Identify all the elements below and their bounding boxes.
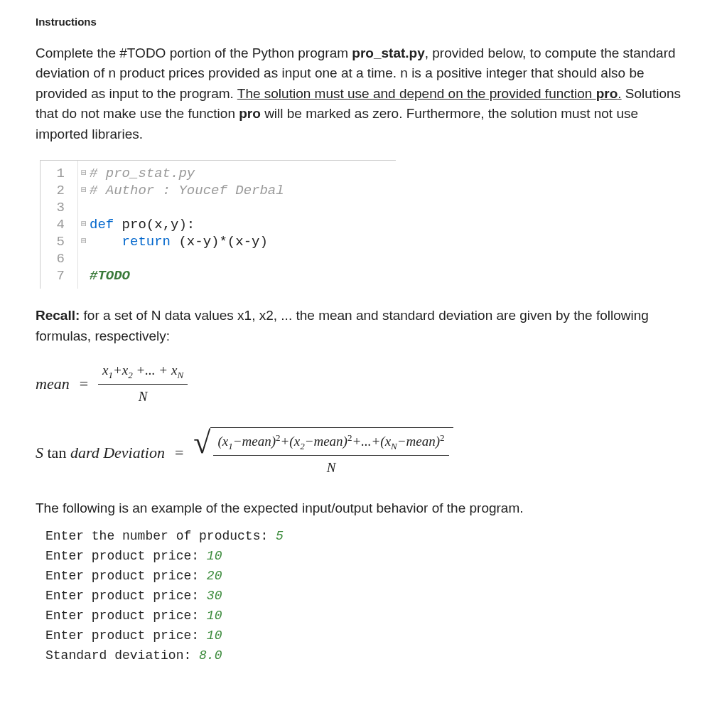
- io-line: Enter product price: 10: [45, 606, 681, 626]
- indent: [90, 233, 122, 250]
- ellipsis: +... +: [133, 363, 171, 378]
- fold-icon: ⊟: [78, 216, 90, 233]
- t6: −mean): [397, 434, 440, 449]
- io-prompt: Standard deviation:: [45, 648, 199, 663]
- io-line: Enter product price: 10: [45, 626, 681, 646]
- io-prompt: Enter product price:: [45, 609, 207, 623]
- io-prompt: Enter product price:: [45, 569, 207, 583]
- io-input: 5: [276, 529, 284, 543]
- std-numerator: (x1−mean)2+(x2−mean)2+...+(xN−mean)2: [213, 431, 448, 456]
- x1-var: x: [102, 363, 108, 378]
- t5: +...+(x: [352, 434, 391, 449]
- io-prompt: Enter product price:: [45, 628, 207, 643]
- mean-fraction: x1+x2 +... + xN N: [98, 360, 188, 407]
- filename: pro_stat.py: [352, 46, 424, 60]
- plus: +: [113, 363, 122, 378]
- equals-sign: =: [80, 372, 88, 395]
- example-intro: The following is an example of the expec…: [36, 498, 681, 519]
- line-number: 4: [41, 216, 77, 233]
- fold-icon: ⊟: [78, 165, 90, 182]
- sqrt: √ (x1−mean)2+(x2−mean)2+...+(xN−mean)2 N: [193, 427, 453, 478]
- line-number: 2: [41, 182, 77, 199]
- sqrt-body: (x1−mean)2+(x2−mean)2+...+(xN−mean)2 N: [210, 427, 453, 478]
- std-formula: S tan dard Deviation = √ (x1−mean)2+(x2−…: [36, 427, 681, 478]
- func-signature: pro(x,y):: [114, 216, 195, 233]
- io-input: 20: [207, 569, 222, 583]
- fold-spacer: [78, 199, 90, 216]
- code-area: ⊟# pro_stat.py ⊟# Author : Youcef Derbal…: [78, 161, 396, 289]
- todo-comment: #TODO: [90, 267, 130, 284]
- line-number: 3: [41, 199, 77, 216]
- io-line: Enter product price: 10: [45, 547, 681, 567]
- io-input: 10: [207, 609, 222, 623]
- std-lhs: S tan dard Deviation: [36, 441, 165, 464]
- keyword-return: return: [122, 233, 171, 250]
- sN: N: [391, 441, 397, 451]
- recall-paragraph: Recall: for a set of N data values x1, x…: [36, 306, 681, 346]
- line-number: 6: [41, 250, 77, 267]
- fn-name-bold: pro: [239, 106, 261, 121]
- code-comment: # pro_stat.py: [90, 165, 195, 182]
- std-denominator: N: [213, 456, 448, 478]
- intro-text-a: Complete the #TODO portion of the Python…: [36, 46, 352, 60]
- io-prompt: Enter the number of products:: [45, 529, 276, 543]
- fold-icon: ⊟: [78, 182, 90, 199]
- t3: +(x: [281, 434, 301, 449]
- t2: −mean): [233, 434, 276, 449]
- std-rest: dard Deviation: [70, 444, 165, 461]
- e6: 2: [440, 432, 445, 443]
- return-expr: (x-y)*(x-y): [171, 233, 268, 250]
- code-editor: 1 2 3 4 5 6 7 ⊟# pro_stat.py ⊟# Author :…: [40, 160, 396, 289]
- io-line: Enter product price: 20: [45, 567, 681, 587]
- line-number: 1: [41, 165, 77, 182]
- keyword-def: def: [90, 216, 114, 233]
- mean-denominator: N: [98, 385, 188, 407]
- io-input: 10: [207, 628, 222, 643]
- io-input: 8.0: [199, 648, 222, 663]
- io-line: Standard deviation: 8.0: [45, 646, 681, 666]
- std-fraction: (x1−mean)2+(x2−mean)2+...+(xN−mean)2 N: [213, 431, 448, 478]
- io-input: 10: [207, 549, 222, 563]
- std-tan: tan: [48, 444, 67, 461]
- line-number: 7: [41, 267, 77, 284]
- recall-text: for a set of N data values x1, x2, ... t…: [36, 308, 649, 343]
- instructions-heading: Instructions: [36, 14, 681, 31]
- equals-sign: =: [175, 441, 183, 464]
- t1: (x: [217, 434, 228, 449]
- subN: N: [177, 370, 183, 380]
- io-prompt: Enter product price:: [45, 589, 207, 603]
- req-fn: pro: [596, 86, 618, 101]
- mean-lhs: mean: [36, 372, 70, 395]
- line-number-gutter: 1 2 3 4 5 6 7: [41, 161, 78, 289]
- io-line: Enter product price: 30: [45, 587, 681, 606]
- mean-numerator: x1+x2 +... + xN: [98, 360, 188, 385]
- line-number: 5: [41, 233, 77, 250]
- mean-formula: mean = x1+x2 +... + xN N: [36, 360, 681, 407]
- underlined-requirement: The solution must use and depend on the …: [237, 86, 622, 101]
- recall-label: Recall:: [36, 308, 80, 323]
- io-line: Enter the number of products: 5: [45, 527, 681, 547]
- sqrt-sign-icon: √: [193, 427, 210, 478]
- code-comment: # Author : Youcef Derbal: [90, 182, 284, 199]
- fold-spacer: [78, 267, 90, 284]
- fold-icon: ⊟: [78, 233, 90, 250]
- req-a: The solution must use and depend on the …: [237, 86, 596, 101]
- t4: −mean): [305, 434, 347, 449]
- fold-spacer: [78, 250, 90, 267]
- io-prompt: Enter product price:: [45, 549, 207, 563]
- instructions-paragraph: Complete the #TODO portion of the Python…: [36, 43, 681, 145]
- io-input: 30: [207, 589, 222, 603]
- std-s: S: [36, 444, 43, 461]
- io-block: Enter the number of products: 5 Enter pr…: [45, 527, 681, 665]
